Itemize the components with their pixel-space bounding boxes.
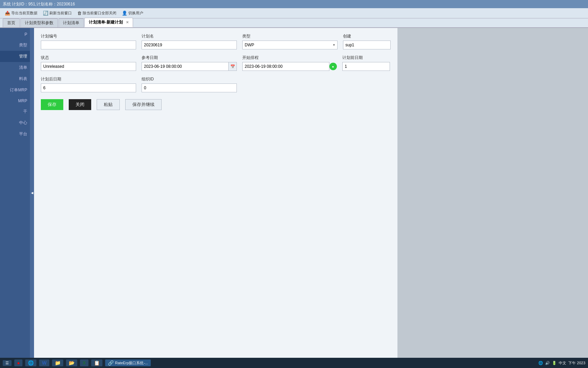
- field-start-schedule: 开始排程 ●: [242, 55, 337, 71]
- sidebar-item-manage[interactable]: 管理: [0, 51, 30, 62]
- field-plan-name: 计划名: [142, 33, 237, 49]
- user-icon: 👤: [122, 11, 127, 16]
- title-bar: 系统 计划ID：951,计划名称：20230616: [0, 0, 588, 8]
- field-plan-after-date: 计划后日期: [41, 76, 136, 92]
- save-continue-button[interactable]: 保存并继续: [125, 99, 162, 110]
- start-schedule-wrapper: ●: [242, 62, 337, 71]
- tab-plan-type[interactable]: 计划类型和参数: [20, 18, 58, 27]
- tab-bar: 首页 计划类型和参数 计划清单 计划清单-新建计划 ✕: [0, 18, 588, 28]
- app-clipboard-icon: 📋: [94, 360, 100, 366]
- sidebar: P 类型 管理 清单 料表 订单MRP MRP 干: [0, 28, 30, 358]
- refresh-label: 刷新当前窗口: [49, 11, 72, 16]
- app-rateerp-icon: 🔗: [108, 360, 114, 366]
- app-excel-icon: X: [83, 360, 86, 366]
- taskbar-start-btn[interactable]: ☰: [3, 360, 12, 366]
- status-label: 状态: [41, 55, 136, 61]
- type-label: 类型: [242, 33, 338, 39]
- sidebar-item-center[interactable]: 中心: [0, 117, 30, 128]
- field-created: 创建: [343, 33, 391, 49]
- sidebar-item-list[interactable]: 清单: [0, 62, 30, 73]
- content-area: 计划编号 计划名 类型 DWP 创建: [34, 28, 397, 358]
- org-id-label: 组织ID: [142, 76, 237, 82]
- field-status: 状态: [41, 55, 136, 71]
- taskbar-battery-icon: 🔋: [552, 361, 557, 365]
- taskbar: ☰ ● 🌐 W 📁 📂 X 📋 🔗 RateErp接口系统-... 🌐 🔊: [0, 358, 588, 368]
- taskbar-app-redcircle[interactable]: ●: [14, 359, 22, 366]
- app-word-icon: W: [42, 360, 46, 366]
- refresh-btn[interactable]: 🔄 刷新当前窗口: [41, 10, 74, 16]
- sidebar-item-material-label: 料表: [19, 76, 27, 81]
- taskbar-sound-icon: 🔊: [545, 361, 550, 365]
- plan-number-input[interactable]: [41, 41, 136, 49]
- start-schedule-calendar-btn[interactable]: ●: [329, 63, 337, 70]
- plan-before-date-input[interactable]: [342, 62, 390, 71]
- sidebar-item-helper-label: 干: [23, 109, 27, 114]
- type-select[interactable]: DWP: [242, 41, 338, 49]
- tab-home-label: 首页: [7, 20, 15, 25]
- ref-date-label: 参考日期: [142, 55, 237, 61]
- paste-button[interactable]: 粘贴: [97, 99, 120, 110]
- status-input[interactable]: [41, 62, 136, 71]
- sidebar-item-manage-label: 管理: [19, 54, 27, 59]
- sidebar-item-material[interactable]: 料表: [0, 73, 30, 85]
- sidebar-item-type-label: 类型: [19, 43, 27, 47]
- plan-name-label: 计划名: [142, 33, 237, 39]
- taskbar-app-folder[interactable]: 📂: [66, 359, 77, 366]
- taskbar-lang: 中文: [559, 361, 566, 366]
- sidebar-item-list-label: 清单: [19, 65, 27, 70]
- remove-icon: 🗑: [77, 11, 82, 16]
- taskbar-right: 🌐 🔊 🔋 中文 下午 2023: [538, 361, 585, 366]
- sidebar-item-order-mrp-label: 订单MRP: [10, 88, 27, 92]
- taskbar-app-browser[interactable]: 🌐: [25, 359, 36, 366]
- plan-after-date-label: 计划后日期: [41, 76, 136, 82]
- tab-plan-list[interactable]: 计划清单: [59, 18, 84, 27]
- switch-user-btn[interactable]: 👤 切换用户: [120, 10, 145, 16]
- taskbar-app-word[interactable]: W: [39, 359, 49, 366]
- sidebar-item-order-mrp[interactable]: 订单MRP: [0, 85, 30, 96]
- field-type: 类型 DWP: [242, 33, 338, 49]
- tab-new-plan-label: 计划清单-新建计划: [89, 20, 123, 25]
- plan-name-input[interactable]: [142, 41, 237, 49]
- remove-label: 除当前窗口全部关闭: [83, 11, 116, 16]
- taskbar-time: 下午 2023: [568, 361, 585, 366]
- ref-date-calendar-btn[interactable]: 📅: [229, 62, 237, 71]
- export-btn[interactable]: 📤 导出当前页数据: [3, 10, 39, 16]
- export-label: 导出当前页数据: [11, 11, 37, 16]
- sidebar-item-erp[interactable]: P: [0, 29, 30, 40]
- title-text: 系统 计划ID：951,计划名称：20230616: [3, 1, 75, 7]
- app-folder-icon: 📂: [69, 360, 75, 366]
- created-input[interactable]: [343, 41, 391, 49]
- remove-btn[interactable]: 🗑 除当前窗口全部关闭: [75, 10, 118, 16]
- ref-date-input[interactable]: [142, 62, 229, 71]
- taskbar-app-rateerp[interactable]: 🔗 RateErp接口系统-...: [105, 359, 151, 366]
- close-button[interactable]: 关闭: [69, 99, 91, 110]
- sidebar-item-mrp-label: MRP: [18, 98, 27, 103]
- form-row-3: 计划后日期 组织ID: [41, 76, 391, 92]
- field-plan-before-date: 计划前日期: [342, 55, 390, 71]
- taskbar-app-excel[interactable]: X: [80, 359, 88, 366]
- toolbar: 📤 导出当前页数据 🔄 刷新当前窗口 🗑 除当前窗口全部关闭 👤 切换用户: [0, 8, 588, 18]
- sidebar-item-type[interactable]: 类型: [0, 40, 30, 51]
- tab-new-plan[interactable]: 计划清单-新建计划 ✕: [84, 18, 133, 27]
- plan-number-label: 计划编号: [41, 33, 136, 39]
- button-row: 保存 关闭 粘贴 保存并继续: [41, 99, 391, 110]
- sidebar-item-mrp[interactable]: MRP: [0, 96, 30, 106]
- taskbar-left: ☰ ● 🌐 W 📁 📂 X 📋 🔗 RateErp接口系统-...: [3, 359, 151, 366]
- tab-home[interactable]: 首页: [3, 18, 20, 27]
- sidebar-item-platform-label: 平台: [19, 132, 27, 136]
- sidebar-item-helper[interactable]: 干: [0, 106, 30, 117]
- start-schedule-label: 开始排程: [242, 55, 337, 61]
- save-button[interactable]: 保存: [41, 99, 63, 110]
- org-id-input[interactable]: [142, 83, 237, 92]
- sidebar-item-platform[interactable]: 平台: [0, 128, 30, 140]
- taskbar-app-clipboard[interactable]: 📋: [91, 359, 102, 366]
- taskbar-app-explorer[interactable]: 📁: [52, 359, 63, 366]
- start-schedule-input[interactable]: [242, 62, 329, 71]
- field-org-id: 组织ID: [142, 76, 237, 92]
- plan-after-date-input[interactable]: [41, 83, 136, 92]
- sidebar-toggle[interactable]: ◀: [30, 28, 34, 358]
- main-area: P 类型 管理 清单 料表 订单MRP MRP 干: [0, 28, 588, 358]
- created-label: 创建: [343, 33, 391, 39]
- tab-close-icon[interactable]: ✕: [126, 20, 129, 24]
- plan-before-date-label: 计划前日期: [342, 55, 390, 61]
